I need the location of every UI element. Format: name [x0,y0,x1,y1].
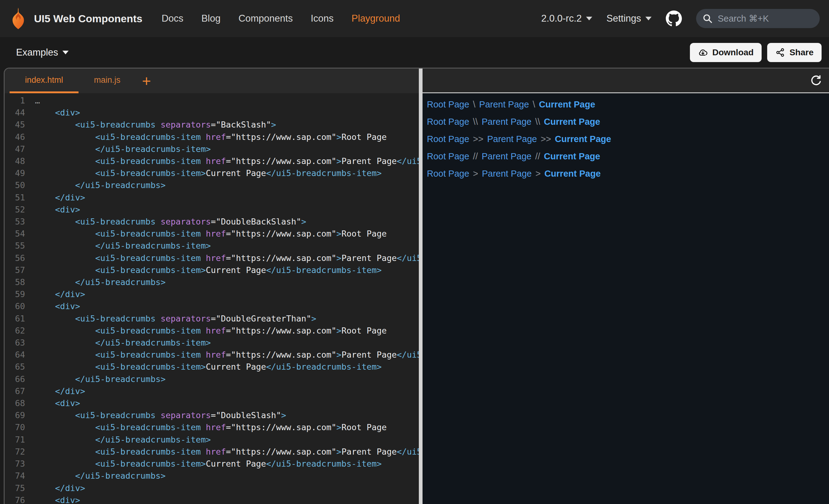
code-line[interactable]: 53 <ui5-breadcrumbs separators="DoubleBa… [5,216,419,228]
code-line[interactable]: 59 </div> [5,288,419,300]
nav-item-blog[interactable]: Blog [201,13,220,24]
ui5-phoenix-logo-icon[interactable] [9,7,27,30]
nav-item-docs[interactable]: Docs [161,13,184,24]
split-drag-handle[interactable] [419,69,423,504]
breadcrumb-link[interactable]: Root Page [427,134,469,144]
code-line[interactable]: 72 <ui5-breadcrumbs-item href="https://w… [5,445,419,458]
code-line[interactable]: 70 <ui5-breadcrumbs-item href="https://w… [5,421,419,433]
search-icon [702,13,713,24]
code-text: </div> [29,191,85,203]
breadcrumb-separator: >> [473,134,483,144]
line-number: 52 [5,203,29,216]
code-line[interactable]: 65 <ui5-breadcrumbs-item>Current Page</u… [5,361,419,373]
code-text: </ui5-breadcrumbs-item> [29,143,211,155]
code-line[interactable]: 1… [5,94,419,107]
breadcrumb-link[interactable]: Parent Page [481,117,531,127]
breadcrumb-separator: // [535,151,540,161]
breadcrumb-link[interactable]: Root Page [427,169,469,179]
line-number: 75 [5,482,29,494]
code-line[interactable]: 44 <div> [5,107,419,119]
breadcrumb-row: Root Page//Parent Page//Current Page [427,150,825,162]
code-text: <ui5-breadcrumbs-item href="https://www.… [29,252,419,264]
refresh-button[interactable] [810,74,822,87]
line-number: 44 [5,107,29,119]
code-line[interactable]: 52 <div> [5,203,419,216]
breadcrumb-link[interactable]: Parent Page [479,100,529,109]
line-number: 51 [5,191,29,203]
code-line[interactable]: 47 </ui5-breadcrumbs-item> [5,143,419,155]
breadcrumb-link[interactable]: Parent Page [482,169,532,179]
tab-main-js[interactable]: main.js [78,69,136,93]
line-number: 68 [5,397,29,409]
nav-item-components[interactable]: Components [238,13,293,24]
code-text: <ui5-breadcrumbs-item>Current Page</ui5-… [29,458,382,470]
breadcrumb-current: Current Page [544,151,600,161]
breadcrumb-link[interactable]: Parent Page [481,151,531,161]
code-line[interactable]: 66 </ui5-breadcrumbs> [5,373,419,385]
add-tab-button[interactable]: + [140,73,153,89]
breadcrumb-row: Root Page>>Parent Page>>Current Page [427,133,825,145]
code-text: <ui5-breadcrumbs-item href="https://www.… [29,421,387,433]
breadcrumb-separator: > [535,169,541,179]
code-text: </ui5-breadcrumbs> [29,276,166,288]
tab-index-html[interactable]: index.html [9,69,78,93]
code-line[interactable]: 64 <ui5-breadcrumbs-item href="https://w… [5,349,419,361]
code-area[interactable]: 1…44 <div>45 <ui5-breadcrumbs separators… [5,93,419,504]
code-line[interactable]: 51 </div> [5,191,419,203]
code-line[interactable]: 63 </ui5-breadcrumbs-item> [5,337,419,349]
breadcrumb-link[interactable]: Parent Page [487,134,537,144]
breadcrumb-link[interactable]: Root Page [427,100,469,109]
version-dropdown[interactable]: 2.0.0-rc.2 [541,13,592,24]
line-number: 55 [5,240,29,252]
code-line[interactable]: 50 </ui5-breadcrumbs> [5,179,419,191]
code-line[interactable]: 62 <ui5-breadcrumbs-item href="https://w… [5,324,419,337]
line-number: 58 [5,276,29,288]
breadcrumb-link[interactable]: Root Page [427,151,469,161]
code-line[interactable]: 61 <ui5-breadcrumbs separators="DoubleGr… [5,313,419,324]
top-header: UI5 Web Components DocsBlogComponentsIco… [0,0,829,37]
code-line[interactable]: 68 <div> [5,397,419,409]
code-line[interactable]: 60 <div> [5,300,419,312]
code-line[interactable]: 71 </ui5-breadcrumbs-item> [5,434,419,445]
examples-dropdown[interactable]: Examples [16,47,69,58]
nav-item-playground[interactable]: Playground [352,13,400,24]
code-text: … [29,94,40,107]
code-line[interactable]: 74 </ui5-breadcrumbs> [5,470,419,482]
line-number: 60 [5,300,29,312]
code-text: <ui5-breadcrumbs-item href="https://www.… [29,155,419,167]
code-line[interactable]: 45 <ui5-breadcrumbs separators="BackSlas… [5,119,419,131]
code-line[interactable]: 76 <div> [5,494,419,504]
breadcrumb-separator: // [473,151,478,161]
nav-item-icons[interactable]: Icons [311,13,333,24]
search-box [696,9,820,28]
code-line[interactable]: 46 <ui5-breadcrumbs-item href="https://w… [5,131,419,143]
code-line[interactable]: 67 </div> [5,385,419,397]
settings-dropdown[interactable]: Settings [607,13,652,24]
code-text: </ui5-breadcrumbs-item> [29,337,211,349]
search-input[interactable] [717,13,814,24]
code-line[interactable]: 49 <ui5-breadcrumbs-item>Current Page</u… [5,167,419,179]
code-text: <div> [29,300,80,312]
code-line[interactable]: 55 </ui5-breadcrumbs-item> [5,240,419,252]
code-line[interactable]: 56 <ui5-breadcrumbs-item href="https://w… [5,252,419,264]
share-nodes-icon [775,47,785,57]
code-text: </ui5-breadcrumbs-item> [29,240,211,252]
code-line[interactable]: 48 <ui5-breadcrumbs-item href="https://w… [5,155,419,167]
breadcrumb-separator: > [473,169,478,179]
breadcrumb-separator: \ [533,100,535,109]
breadcrumb-link[interactable]: Root Page [427,117,469,127]
share-button[interactable]: Share [767,43,822,62]
code-text: <ui5-breadcrumbs-item href="https://www.… [29,228,387,240]
github-icon[interactable] [666,10,682,27]
code-line[interactable]: 69 <ui5-breadcrumbs separators="DoubleSl… [5,409,419,421]
download-button[interactable]: Download [690,43,762,62]
code-line[interactable]: 57 <ui5-breadcrumbs-item>Current Page</u… [5,264,419,276]
code-line[interactable]: 75 </div> [5,482,419,494]
code-line[interactable]: 58 </ui5-breadcrumbs> [5,276,419,288]
cloud-download-icon [698,47,708,57]
chevron-down-icon [63,51,69,54]
code-line[interactable]: 54 <ui5-breadcrumbs-item href="https://w… [5,228,419,240]
code-line[interactable]: 73 <ui5-breadcrumbs-item>Current Page</u… [5,458,419,470]
code-text: <ui5-breadcrumbs-item>Current Page</ui5-… [29,167,382,179]
line-number: 54 [5,228,29,240]
